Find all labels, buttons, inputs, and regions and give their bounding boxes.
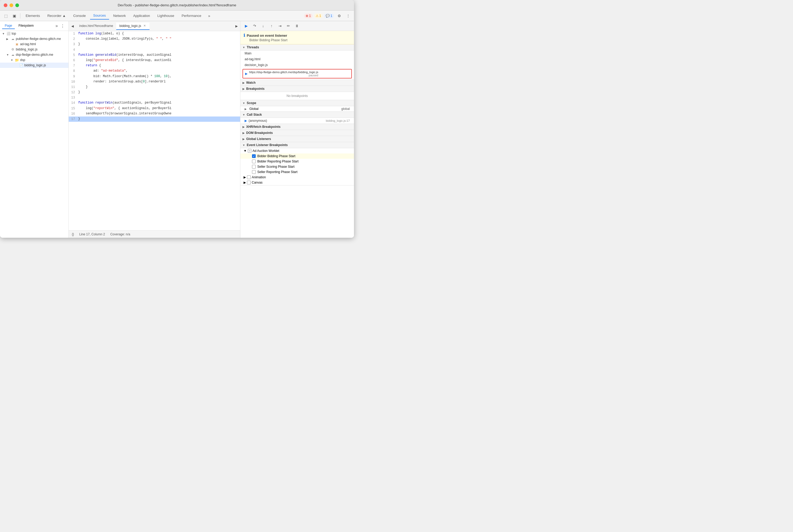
more-tabs-icon[interactable]: » [206,12,213,20]
animation-arrow: ▶ [244,175,246,179]
tree-item-dsp-fledge[interactable]: ▼ ☁ dsp-fledge-demo.glitch.me [0,52,69,57]
tab-network[interactable]: Network [110,12,129,20]
titlebar: DevTools - publisher-fledge-demo.glitch.… [0,0,354,11]
tree-label-bidding-gear: bidding_logic.js [16,48,38,51]
event-listener-section-header[interactable]: ▼ Event Listener Breakpoints [240,142,354,148]
global-listeners-section-header[interactable]: ▶ Global Listeners [240,136,354,142]
editor-tabs: ◀ index.html?fencedframe bidding_logic.j… [69,21,240,31]
editor-tab-index-html[interactable]: index.html?fencedframe [76,22,116,30]
checkbox-seller-scoring-label: Seller Scoring Phase Start [257,165,295,169]
breakpoints-section-header[interactable]: ▶ Breakpoints [240,86,354,92]
tab-application[interactable]: Application [130,12,153,20]
checkbox-bidder-reporting-phase[interactable]: Bidder Reporting Phase Start [240,159,354,164]
step-over-button[interactable]: ↷ [251,22,258,30]
tab-console[interactable]: Console [70,12,89,20]
minimize-button[interactable] [10,3,13,7]
thread-item-decision[interactable]: decision_logic.js [240,62,354,68]
xhr-section-header[interactable]: ▶ XHR/fetch Breakpoints [240,124,354,130]
thread-arrow-icon: ▶ [245,72,247,76]
threads-content: Main ad-tag.html decision_logic.js ▶ htt… [240,51,354,80]
call-arrow-icon: ▶ [245,119,247,122]
inspect-icon[interactable]: ⬚ [2,12,10,20]
thread-status-paused: paused [249,74,318,77]
sidebar-more-icon[interactable]: » [55,23,58,28]
animation-checkbox[interactable] [247,175,251,179]
thread-item-main[interactable]: Main [240,51,354,56]
pretty-print-icon[interactable]: {} [72,232,74,236]
tree-item-top[interactable]: ▼ ⬜ top [0,31,69,36]
watch-label: Watch [246,81,256,84]
code-line-13: 13 [69,95,240,100]
tab-lighthouse[interactable]: Lighthouse [154,12,177,20]
settings-icon[interactable]: ⚙ [336,12,343,20]
sidebar-tabs: Page Filesystem » ⋮ [0,21,69,31]
code-editor[interactable]: 1 function log(label, o) { 2 console.log… [69,31,240,230]
step-into-button[interactable]: ↓ [259,22,267,30]
thread-item-bidding-active[interactable]: ▶ https://dsp-fledge-demo.glitch.me/dsp/… [243,69,352,78]
right-panel: ▶ ↷ ↓ ↑ ⇥ ✏ ⏸ ℹ Paused on event listener… [240,21,354,238]
tree-item-bidding-gear[interactable]: ▶ ⚙ bidding_logic.js [0,47,69,52]
tab-elements[interactable]: Elements [22,12,43,20]
editor-tab-bidding-logic[interactable]: bidding_logic.js ✕ [116,22,150,30]
canvas-checkbox[interactable] [247,181,251,184]
code-line-3: 3 } [69,42,240,47]
watch-section-header[interactable]: ▶ Watch [240,80,354,86]
info-badge[interactable]: 💬 1 [324,14,334,18]
tree-item-publisher[interactable]: ▶ ☁ publisher-fledge-demo.glitch.me [0,36,69,41]
scope-arrow-icon: ▼ [243,102,245,104]
callstack-arrow-icon: ▼ [243,113,245,116]
error-badge[interactable]: ⊗ 1 [304,14,313,18]
more-options-icon[interactable]: ⋮ [344,12,352,20]
sidebar-menu-icon[interactable]: ⋮ [59,22,66,30]
tree-item-dsp-folder[interactable]: ▼ 📁 dsp [0,57,69,63]
tree-arrow-top: ▼ [2,32,6,35]
step-out-button[interactable]: ↑ [268,22,275,30]
cloud-icon-dsp: ☁ [11,53,15,57]
thread-item-adtag[interactable]: ad-tag.html [240,56,354,62]
ad-auction-worklet-checkbox[interactable]: − [248,149,251,153]
checkbox-seller-reporting-icon[interactable] [252,170,256,174]
editor-tab-close-bidding[interactable]: ✕ [143,24,146,28]
canvas-header[interactable]: ▶ Canvas [240,180,354,185]
checkbox-bidder-bidding-label: Bidder Bidding Phase Start [257,154,295,158]
scope-section-header[interactable]: ▼ Scope [240,100,354,106]
checkbox-seller-scoring-icon[interactable] [252,165,256,169]
editor-nav-right-btn[interactable]: ▶ [233,22,240,30]
pause-on-exceptions-button[interactable]: ⏸ [293,22,301,30]
tree-item-bidding-js[interactable]: ▶ 📄 bidding_logic.js [0,63,69,68]
scope-content: ▶ Global global [240,106,354,112]
checkbox-bidder-bidding-icon[interactable]: ✓ [252,154,256,158]
dom-section-header[interactable]: ▶ DOM Breakpoints [240,130,354,136]
animation-label: Animation [252,175,266,179]
checkbox-seller-reporting-phase[interactable]: Seller Reporting Phase Start [240,169,354,175]
maximize-button[interactable] [15,3,19,7]
tab-sources[interactable]: Sources [90,12,109,20]
checkbox-bidder-bidding-phase[interactable]: ✓ Bidder Bidding Phase Start [240,153,354,159]
resume-button[interactable]: ▶ [243,22,250,30]
edit-breakpoints-button[interactable]: ✏ [285,22,292,30]
checkbox-bidder-reporting-icon[interactable] [252,159,256,163]
threads-section-header[interactable]: ▼ Threads [240,44,354,51]
checkbox-seller-scoring-phase[interactable]: Seller Scoring Phase Start [240,164,354,169]
callstack-section-header[interactable]: ▼ Call Stack [240,112,354,118]
editor-tab-back[interactable]: ◀ [69,22,76,30]
sidebar-tab-filesystem[interactable]: Filesystem [16,23,36,29]
gear-icon-bidding: ⚙ [11,47,15,52]
step-button[interactable]: ⇥ [276,22,284,30]
tree-item-adtag[interactable]: ▶ ▣ ad-tag.html [0,41,69,47]
device-toggle-icon[interactable]: ▣ [11,12,18,20]
sidebar-tab-page[interactable]: Page [2,23,15,29]
ad-auction-worklet-header[interactable]: ▼ − Ad Auction Worklet [240,148,354,153]
ad-auction-worklet-label: Ad Auction Worklet [252,149,279,153]
editor-nav-right: ▶ [233,22,240,30]
code-line-15: 15 log("reportWin", { auctionSignals, pe… [69,106,240,111]
window-controls [4,3,19,7]
warn-badge[interactable]: ⚠ 1 [314,14,323,18]
tree-arrow-dsp-fledge: ▼ [6,53,11,56]
tab-recorder[interactable]: Recorder ▲ [44,12,69,20]
call-stack-item-anon[interactable]: ▶ (anonymous) bidding_logic.js:17 [240,118,354,124]
scope-row-global[interactable]: ▶ Global global [240,106,354,112]
close-button[interactable] [4,3,7,7]
tab-performance[interactable]: Performance [178,12,204,20]
animation-header[interactable]: ▶ Animation [240,175,354,180]
